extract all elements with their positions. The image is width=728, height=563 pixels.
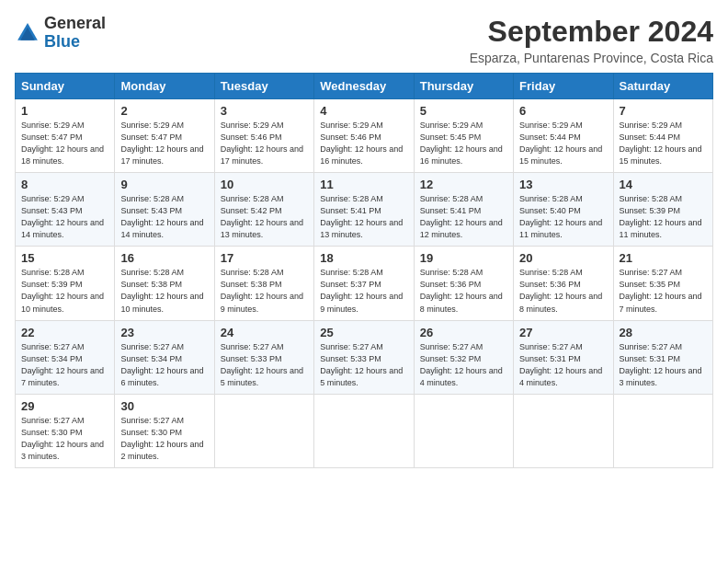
- daylight-label: Daylight: 12 hours and 18 minutes.: [21, 144, 104, 166]
- day-info: Sunrise: 5:27 AM Sunset: 5:34 PM Dayligh…: [120, 341, 208, 389]
- calendar-cell: 4 Sunrise: 5:29 AM Sunset: 5:46 PM Dayli…: [314, 99, 414, 173]
- day-number: 10: [221, 178, 308, 191]
- day-number: 9: [120, 178, 208, 191]
- sunrise-label: Sunrise: 5:27 AM: [221, 342, 284, 351]
- calendar-body: 1 Sunrise: 5:29 AM Sunset: 5:47 PM Dayli…: [16, 99, 713, 468]
- calendar-week-row: 22 Sunrise: 5:27 AM Sunset: 5:34 PM Dayl…: [16, 320, 713, 394]
- calendar-cell: 16 Sunrise: 5:28 AM Sunset: 5:38 PM Dayl…: [115, 247, 214, 320]
- daylight-label: Daylight: 12 hours and 17 minutes.: [120, 144, 203, 166]
- calendar-cell: 1 Sunrise: 5:29 AM Sunset: 5:47 PM Dayli…: [16, 99, 115, 173]
- daylight-label: Daylight: 12 hours and 16 minutes.: [420, 144, 503, 166]
- day-info: Sunrise: 5:27 AM Sunset: 5:33 PM Dayligh…: [320, 341, 407, 389]
- calendar-cell: 28 Sunrise: 5:27 AM Sunset: 5:31 PM Dayl…: [613, 320, 712, 394]
- day-number: 7: [620, 104, 707, 118]
- daylight-label: Daylight: 12 hours and 9 minutes.: [221, 292, 303, 313]
- title-area: September 2024 Esparza, Puntarenas Provi…: [470, 15, 713, 65]
- calendar-cell: 12 Sunrise: 5:28 AM Sunset: 5:41 PM Dayl…: [414, 173, 513, 247]
- sunset-label: Sunset: 5:32 PM: [420, 354, 482, 363]
- day-number: 26: [420, 326, 507, 339]
- daylight-label: Daylight: 12 hours and 11 minutes.: [620, 218, 702, 239]
- daylight-label: Daylight: 12 hours and 6 minutes.: [120, 366, 203, 387]
- calendar-cell: 13 Sunrise: 5:28 AM Sunset: 5:40 PM Dayl…: [514, 173, 613, 247]
- sunrise-label: Sunrise: 5:29 AM: [221, 121, 284, 130]
- day-info: Sunrise: 5:28 AM Sunset: 5:41 PM Dayligh…: [320, 193, 407, 241]
- sunrise-label: Sunrise: 5:28 AM: [21, 268, 85, 277]
- sunset-label: Sunset: 5:44 PM: [620, 132, 681, 142]
- weekday-header-cell: Tuesday: [214, 74, 313, 99]
- day-number: 14: [620, 178, 707, 191]
- sunset-label: Sunset: 5:39 PM: [620, 206, 681, 215]
- calendar-week-row: 15 Sunrise: 5:28 AM Sunset: 5:39 PM Dayl…: [16, 247, 713, 320]
- sunset-label: Sunset: 5:44 PM: [519, 132, 581, 142]
- day-number: 1: [21, 104, 108, 118]
- day-number: 3: [221, 104, 308, 118]
- calendar-week-row: 1 Sunrise: 5:29 AM Sunset: 5:47 PM Dayli…: [16, 99, 713, 173]
- day-number: 24: [221, 326, 308, 339]
- day-info: Sunrise: 5:29 AM Sunset: 5:47 PM Dayligh…: [21, 120, 108, 167]
- sunset-label: Sunset: 5:46 PM: [221, 132, 282, 142]
- calendar-cell: 22 Sunrise: 5:27 AM Sunset: 5:34 PM Dayl…: [16, 320, 115, 394]
- day-number: 27: [519, 326, 607, 339]
- day-number: 28: [620, 326, 707, 339]
- weekday-header-cell: Wednesday: [314, 74, 414, 99]
- sunrise-label: Sunrise: 5:27 AM: [519, 342, 583, 351]
- calendar-cell: 24 Sunrise: 5:27 AM Sunset: 5:33 PM Dayl…: [214, 320, 313, 394]
- daylight-label: Daylight: 12 hours and 12 minutes.: [420, 218, 503, 239]
- sunset-label: Sunset: 5:45 PM: [420, 132, 482, 142]
- logo-icon: [15, 20, 40, 46]
- day-info: Sunrise: 5:28 AM Sunset: 5:38 PM Dayligh…: [120, 267, 208, 315]
- calendar-cell: 25 Sunrise: 5:27 AM Sunset: 5:33 PM Dayl…: [314, 320, 414, 394]
- day-info: Sunrise: 5:28 AM Sunset: 5:39 PM Dayligh…: [21, 267, 108, 315]
- sunset-label: Sunset: 5:34 PM: [120, 354, 182, 363]
- logo-text: General Blue: [44, 15, 106, 52]
- calendar-cell: [314, 394, 414, 467]
- sunset-label: Sunset: 5:41 PM: [320, 206, 381, 215]
- sunset-label: Sunset: 5:47 PM: [21, 132, 83, 142]
- daylight-label: Daylight: 12 hours and 14 minutes.: [21, 218, 104, 239]
- sunset-label: Sunset: 5:37 PM: [320, 280, 381, 289]
- weekday-header-cell: Sunday: [16, 74, 115, 99]
- day-number: 30: [120, 399, 208, 413]
- sunrise-label: Sunrise: 5:27 AM: [21, 416, 85, 425]
- daylight-label: Daylight: 12 hours and 5 minutes.: [221, 366, 303, 387]
- sunrise-label: Sunrise: 5:29 AM: [120, 121, 184, 130]
- sunrise-label: Sunrise: 5:29 AM: [519, 121, 583, 130]
- daylight-label: Daylight: 12 hours and 4 minutes.: [420, 366, 503, 387]
- day-info: Sunrise: 5:28 AM Sunset: 5:37 PM Dayligh…: [320, 267, 407, 315]
- day-number: 4: [320, 104, 407, 118]
- sunset-label: Sunset: 5:30 PM: [21, 428, 83, 437]
- day-info: Sunrise: 5:27 AM Sunset: 5:32 PM Dayligh…: [420, 341, 507, 389]
- daylight-label: Daylight: 12 hours and 5 minutes.: [320, 366, 403, 387]
- sunrise-label: Sunrise: 5:28 AM: [519, 194, 583, 203]
- day-number: 19: [420, 251, 507, 265]
- day-number: 2: [120, 104, 208, 118]
- sunset-label: Sunset: 5:42 PM: [221, 206, 282, 215]
- sunrise-label: Sunrise: 5:29 AM: [21, 121, 85, 130]
- calendar-cell: 8 Sunrise: 5:29 AM Sunset: 5:43 PM Dayli…: [16, 173, 115, 247]
- weekday-header-cell: Friday: [514, 74, 613, 99]
- calendar-table: SundayMondayTuesdayWednesdayThursdayFrid…: [15, 73, 713, 468]
- calendar-cell: 23 Sunrise: 5:27 AM Sunset: 5:34 PM Dayl…: [115, 320, 214, 394]
- daylight-label: Daylight: 12 hours and 14 minutes.: [120, 218, 203, 239]
- day-number: 8: [21, 178, 108, 191]
- daylight-label: Daylight: 12 hours and 10 minutes.: [21, 292, 104, 313]
- daylight-label: Daylight: 12 hours and 7 minutes.: [21, 366, 104, 387]
- sunset-label: Sunset: 5:40 PM: [519, 206, 581, 215]
- sunrise-label: Sunrise: 5:28 AM: [320, 194, 383, 203]
- day-info: Sunrise: 5:28 AM Sunset: 5:38 PM Dayligh…: [221, 267, 308, 315]
- calendar-week-row: 29 Sunrise: 5:27 AM Sunset: 5:30 PM Dayl…: [16, 394, 713, 467]
- daylight-label: Daylight: 12 hours and 8 minutes.: [519, 292, 602, 313]
- weekday-header-cell: Thursday: [414, 74, 513, 99]
- day-number: 16: [120, 251, 208, 265]
- sunset-label: Sunset: 5:38 PM: [120, 280, 182, 289]
- day-info: Sunrise: 5:27 AM Sunset: 5:30 PM Dayligh…: [21, 415, 108, 463]
- calendar-cell: 9 Sunrise: 5:28 AM Sunset: 5:43 PM Dayli…: [115, 173, 214, 247]
- day-info: Sunrise: 5:28 AM Sunset: 5:42 PM Dayligh…: [221, 193, 308, 241]
- day-info: Sunrise: 5:28 AM Sunset: 5:41 PM Dayligh…: [420, 193, 507, 241]
- day-info: Sunrise: 5:27 AM Sunset: 5:31 PM Dayligh…: [620, 341, 707, 389]
- calendar-cell: 19 Sunrise: 5:28 AM Sunset: 5:36 PM Dayl…: [414, 247, 513, 320]
- daylight-label: Daylight: 12 hours and 2 minutes.: [120, 440, 203, 461]
- day-info: Sunrise: 5:27 AM Sunset: 5:35 PM Dayligh…: [620, 267, 707, 315]
- sunrise-label: Sunrise: 5:29 AM: [420, 121, 483, 130]
- day-number: 23: [120, 326, 208, 339]
